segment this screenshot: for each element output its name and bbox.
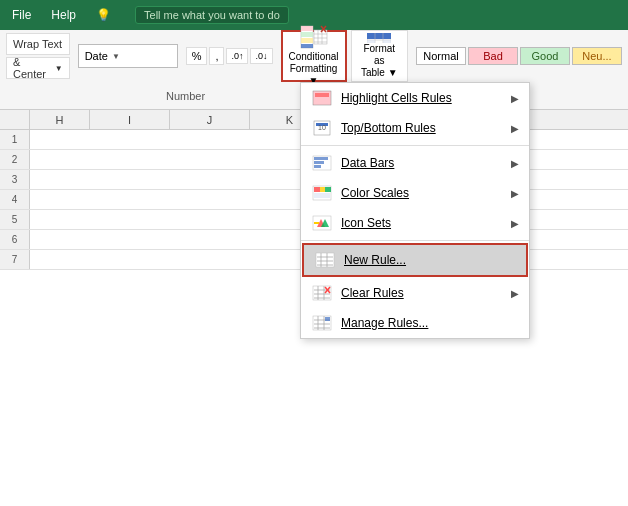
comma-button[interactable]: , xyxy=(209,47,224,65)
file-menu[interactable]: File xyxy=(12,8,31,22)
date-arrow-icon: ▼ xyxy=(112,52,120,61)
menu-item-topbottom[interactable]: 10 Top/Bottom Rules ▶ xyxy=(301,113,529,143)
svg-rect-34 xyxy=(325,187,331,192)
colorscales-arrow-icon: ▶ xyxy=(511,188,519,199)
managerules-icon xyxy=(311,314,333,332)
row-num-3: 3 xyxy=(0,170,30,189)
conditional-formatting-button[interactable]: ConditionalFormatting ▼ xyxy=(281,30,347,82)
svg-rect-30 xyxy=(314,165,321,168)
col-header-i: H xyxy=(30,110,90,129)
help-menu[interactable]: Help xyxy=(51,8,76,22)
databars-label: Data Bars xyxy=(341,156,503,170)
menu-item-databars[interactable]: Data Bars ▶ xyxy=(301,148,529,178)
menu-item-highlight[interactable]: Highlight Cells Rules ▶ xyxy=(301,83,529,113)
wrap-text-area: Wrap Text xyxy=(6,33,70,55)
svg-rect-23 xyxy=(315,93,329,97)
databars-arrow-icon: ▶ xyxy=(511,158,519,169)
col-header-k: J xyxy=(170,110,250,129)
topbottom-label: Top/Bottom Rules xyxy=(341,121,503,135)
ribbon-row1: Wrap Text & Center ▼ Date ▼ % , .0↑ .0↓ xyxy=(0,30,628,82)
svg-rect-14 xyxy=(367,33,391,39)
svg-rect-3 xyxy=(301,38,313,43)
clearrules-icon xyxy=(311,284,333,302)
newrule-icon xyxy=(314,251,336,269)
row-num-2: 2 xyxy=(0,150,30,169)
clearrules-arrow-icon: ▶ xyxy=(511,288,519,299)
managerules-label: Manage Rules... xyxy=(341,316,519,330)
cf-icon xyxy=(300,25,328,49)
menu-divider-2 xyxy=(301,240,529,241)
svg-rect-29 xyxy=(314,161,324,164)
date-dropdown[interactable]: Date ▼ xyxy=(78,44,178,68)
merge-center[interactable]: & Center ▼ xyxy=(6,57,70,79)
row-num-5: 5 xyxy=(0,210,30,229)
iconsets-label: Icon Sets xyxy=(341,216,503,230)
decrease-decimal-button[interactable]: .0↓ xyxy=(250,48,272,64)
svg-text:10: 10 xyxy=(318,124,326,131)
wrap-text-label: Wrap Text xyxy=(13,38,62,50)
clearrules-label: Clear Rules xyxy=(341,286,503,300)
format-table-label: Format asTable ▼ xyxy=(358,43,401,79)
menu-item-colorscales[interactable]: Color Scales ▶ xyxy=(301,178,529,208)
cf-icon-svg xyxy=(300,25,328,49)
databars-icon xyxy=(311,154,333,172)
percent-button[interactable]: % xyxy=(186,47,208,65)
svg-rect-1 xyxy=(301,26,313,31)
row-num-6: 6 xyxy=(0,230,30,249)
tell-me-text: Tell me what you want to do xyxy=(144,9,280,21)
merge-arrow-icon: ▼ xyxy=(55,64,63,73)
svg-rect-4 xyxy=(301,44,313,48)
style-cells-area: Normal Bad Good Neu... xyxy=(416,47,622,65)
colorscales-label: Color Scales xyxy=(341,186,503,200)
svg-rect-60 xyxy=(325,317,330,321)
colorscales-icon xyxy=(311,184,333,202)
row-num-7: 7 xyxy=(0,250,30,269)
format-as-table-button[interactable]: Format asTable ▼ xyxy=(351,30,408,82)
highlight-cells-label: Highlight Cells Rules xyxy=(341,91,503,105)
newrule-label: New Rule... xyxy=(344,253,516,267)
svg-rect-33 xyxy=(320,187,325,192)
merge-center-label: & Center xyxy=(13,56,53,80)
number-group-label: Number xyxy=(166,90,205,102)
topbottom-arrow-icon: ▶ xyxy=(511,123,519,134)
normal-style[interactable]: Normal xyxy=(416,47,466,65)
row-num-4: 4 xyxy=(0,190,30,209)
bad-style[interactable]: Bad xyxy=(468,47,518,65)
menu-divider-1 xyxy=(301,145,529,146)
svg-rect-32 xyxy=(314,187,320,192)
increase-decimal-button[interactable]: .0↑ xyxy=(226,48,248,64)
conditional-formatting-menu: Highlight Cells Rules ▶ 10 Top/Bottom Ru… xyxy=(300,82,530,339)
svg-rect-35 xyxy=(314,193,330,198)
highlight-icon xyxy=(311,89,333,107)
tell-me-box[interactable]: Tell me what you want to do xyxy=(135,6,289,24)
menu-item-iconsets[interactable]: Icon Sets ▶ xyxy=(301,208,529,238)
svg-rect-2 xyxy=(301,32,313,37)
svg-rect-28 xyxy=(314,157,328,160)
format-table-icon xyxy=(367,33,391,43)
topbottom-icon: 10 xyxy=(311,119,333,137)
iconsets-icon xyxy=(311,214,333,232)
date-dropdown-label: Date xyxy=(85,50,108,62)
neutral-style[interactable]: Neu... xyxy=(572,47,622,65)
row-num-1: 1 xyxy=(0,130,30,149)
col-header-j: I xyxy=(90,110,170,129)
menu-item-clearrules[interactable]: Clear Rules ▶ xyxy=(301,278,529,308)
menu-item-newrule[interactable]: New Rule... xyxy=(302,243,528,277)
lightbulb-icon: 💡 xyxy=(96,8,111,22)
iconsets-arrow-icon: ▶ xyxy=(511,218,519,229)
highlight-arrow-icon: ▶ xyxy=(511,93,519,104)
col-header-h xyxy=(0,110,30,129)
menu-item-managerules[interactable]: Manage Rules... xyxy=(301,308,529,338)
good-style[interactable]: Good xyxy=(520,47,570,65)
